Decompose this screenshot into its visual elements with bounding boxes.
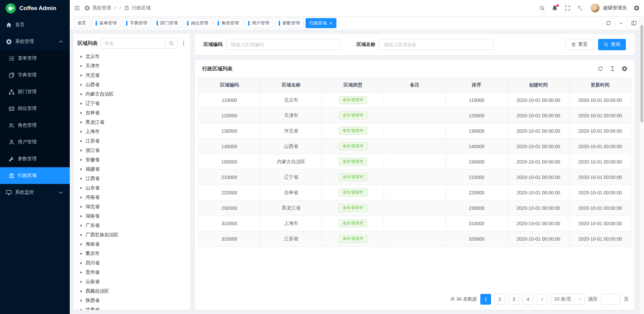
tree-item[interactable]: 天津市: [77, 61, 186, 71]
sidebar-item-region[interactable]: 行政区域: [0, 167, 70, 184]
caret-right-icon[interactable]: [79, 252, 83, 255]
tree-item[interactable]: 湖北省: [77, 202, 186, 211]
caret-right-icon[interactable]: [79, 139, 83, 143]
table-row[interactable]: 220000 吉林省 省市/直辖市 220000 2020-10-01 00:0…: [199, 185, 631, 200]
tree-item[interactable]: 海南省: [77, 240, 186, 249]
search-icon[interactable]: [539, 5, 545, 11]
caret-right-icon[interactable]: [79, 186, 83, 190]
sidebar-item-user-mgmt[interactable]: 用户管理: [0, 134, 70, 150]
tree-item[interactable]: 上海市: [77, 127, 186, 136]
caret-right-icon[interactable]: [79, 177, 83, 180]
tab[interactable]: 参数管理: [275, 18, 304, 28]
caret-right-icon[interactable]: [79, 271, 83, 274]
table-row[interactable]: 130000 河北省 省市/直辖市 130000 2020-10-01 00:0…: [199, 123, 631, 139]
tab[interactable]: 行政区域: [306, 18, 336, 28]
breadcrumb-parent[interactable]: 系统管理: [92, 5, 111, 11]
sidebar-item-menu-mgmt[interactable]: 菜单管理: [0, 50, 70, 67]
tree-search-input[interactable]: [101, 38, 165, 49]
table-row[interactable]: 140000 山西省 省市/直辖市 140000 2020-10-01 00:0…: [199, 139, 631, 154]
caret-right-icon[interactable]: [79, 74, 83, 77]
table-row[interactable]: 150000 内蒙古自治区 省市/直辖市 150000 2020-10-01 0…: [199, 154, 631, 170]
caret-right-icon[interactable]: [79, 111, 83, 115]
caret-right-icon[interactable]: [79, 92, 83, 96]
caret-right-icon[interactable]: [79, 168, 83, 171]
tab-close-icon[interactable]: [329, 21, 333, 25]
tree-item[interactable]: 福建省: [77, 165, 186, 174]
scrollbar-thumb[interactable]: [640, 25, 643, 122]
tree-item[interactable]: 云南省: [77, 277, 186, 287]
page-number-button[interactable]: 4: [523, 294, 533, 305]
tree-item[interactable]: 黑龙江省: [77, 118, 186, 127]
caret-right-icon[interactable]: [79, 55, 83, 58]
refresh-tab-icon[interactable]: [602, 16, 614, 30]
caret-right-icon[interactable]: [79, 205, 83, 208]
current-user-name[interactable]: 超级管理员: [603, 5, 627, 11]
caret-right-icon[interactable]: [79, 149, 83, 152]
caret-right-icon[interactable]: [79, 308, 83, 310]
caret-right-icon[interactable]: [79, 290, 83, 293]
caret-right-icon[interactable]: [79, 83, 83, 86]
caret-right-icon[interactable]: [79, 102, 83, 105]
tree-item[interactable]: 陕西省: [77, 296, 186, 305]
tree-item[interactable]: 广东省: [77, 221, 186, 230]
caret-right-icon[interactable]: [79, 196, 83, 199]
tree-item[interactable]: 江苏省: [77, 136, 186, 146]
page-number-button[interactable]: 3: [508, 294, 519, 305]
jump-page-input[interactable]: [601, 294, 621, 305]
name-input[interactable]: [379, 39, 493, 50]
tab[interactable]: 菜单管理: [92, 18, 120, 28]
tab[interactable]: 用户管理: [245, 18, 273, 28]
sidebar-item-param-mgmt[interactable]: 参数管理: [0, 150, 70, 167]
tab[interactable]: 角色管理: [214, 18, 243, 28]
tree-item[interactable]: 贵州省: [77, 268, 186, 277]
table-row[interactable]: 320000 江苏省 省市/直辖市 320000 2020-10-01 00:0…: [199, 231, 631, 247]
table-row[interactable]: 210000 辽宁省 省市/直辖市 210000 2020-10-01 00:0…: [199, 170, 631, 185]
caret-right-icon[interactable]: [79, 130, 83, 133]
sidebar-item-dept-mgmt[interactable]: 部门管理: [0, 83, 70, 100]
sidebar-collapse-icon[interactable]: [74, 5, 80, 11]
notifications-button[interactable]: [552, 5, 557, 11]
tree-item[interactable]: 西藏自治区: [77, 287, 186, 296]
tab[interactable]: 字典管理: [122, 18, 151, 28]
sidebar-group-monitor[interactable]: 系统监控: [0, 184, 70, 201]
table-settings-gear-icon[interactable]: [622, 66, 627, 71]
tree-item[interactable]: 北京市: [77, 52, 186, 61]
layout-toggle-icon[interactable]: [627, 16, 640, 30]
tab[interactable]: 首页: [74, 18, 90, 28]
table-row[interactable]: 110000 北京市 省市/直辖市 110000 2020-10-01 00:0…: [199, 92, 631, 108]
vertical-scrollbar[interactable]: [639, 16, 644, 314]
caret-right-icon[interactable]: [79, 243, 83, 246]
tree-search-button[interactable]: [165, 38, 177, 49]
caret-right-icon[interactable]: [79, 121, 83, 124]
tab[interactable]: 部门管理: [153, 18, 181, 28]
tree-item[interactable]: 甘肃省: [77, 305, 186, 310]
tree-item[interactable]: 浙江省: [77, 146, 186, 155]
app-logo[interactable]: Coffee Admin: [0, 0, 70, 16]
caret-right-icon[interactable]: [79, 280, 83, 284]
tree-item[interactable]: 辽宁省: [77, 99, 186, 108]
tree-item[interactable]: 山西省: [77, 80, 186, 89]
tab[interactable]: 岗位管理: [183, 18, 212, 28]
tree-item[interactable]: 湖南省: [77, 211, 186, 221]
tree-item[interactable]: 山东省: [77, 183, 186, 193]
caret-right-icon[interactable]: [79, 299, 83, 302]
table-row[interactable]: 310000 上海市 省市/直辖市 310000 2020-10-01 00:0…: [199, 216, 631, 231]
query-button[interactable]: 查询: [598, 39, 626, 50]
caret-right-icon[interactable]: [79, 261, 83, 265]
settings-gear-icon[interactable]: [634, 5, 639, 11]
caret-right-icon[interactable]: [79, 64, 83, 68]
column-height-icon[interactable]: [610, 66, 615, 71]
reset-button[interactable]: 重置: [566, 39, 593, 50]
tree-item[interactable]: 内蒙古自治区: [77, 89, 186, 99]
more-options-icon[interactable]: [181, 41, 186, 46]
caret-right-icon[interactable]: [79, 158, 83, 162]
sidebar-group-system[interactable]: 系统管理: [0, 33, 70, 50]
tree-item[interactable]: 江西省: [77, 174, 186, 183]
sidebar-item-role-mgmt[interactable]: 角色管理: [0, 117, 70, 134]
caret-right-icon[interactable]: [79, 233, 83, 237]
page-size-select[interactable]: 10 条/页: [551, 294, 585, 305]
caret-right-icon[interactable]: [79, 224, 83, 227]
sidebar-item-post-mgmt[interactable]: 岗位管理: [0, 100, 70, 117]
table-row[interactable]: 120000 天津市 省市/直辖市 120000 2020-10-01 00:0…: [199, 108, 631, 123]
tree-item[interactable]: 重庆市: [77, 249, 186, 258]
